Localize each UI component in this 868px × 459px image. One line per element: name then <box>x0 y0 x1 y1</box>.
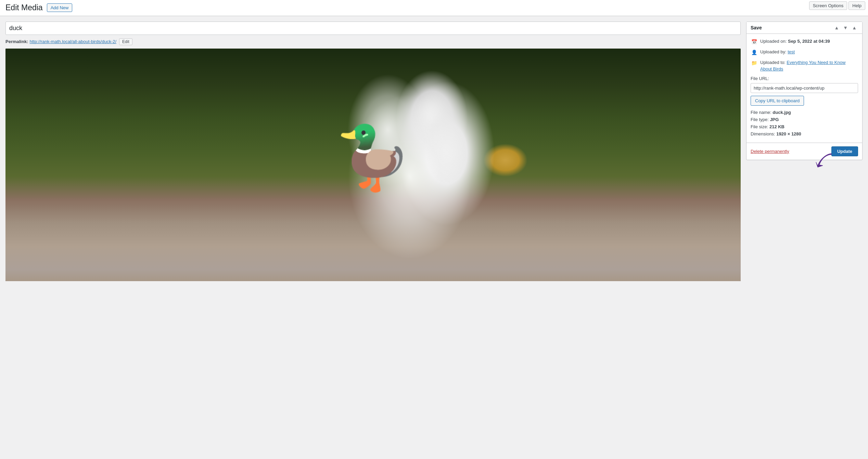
metabox-collapse-down-button[interactable]: ▼ <box>842 25 849 31</box>
duck-image <box>5 49 741 281</box>
metabox-body: 📅 Uploaded on: Sep 5, 2022 at 04:39 👤 Up… <box>746 34 862 143</box>
uploaded-to-text: Uploaded to: Everything You Need to Know… <box>760 59 858 73</box>
uploaded-on-row: 📅 Uploaded on: Sep 5, 2022 at 04:39 <box>751 38 858 45</box>
file-type-label: File type: <box>751 117 769 122</box>
permalink-row: Permalink: http://rank-math.local/all-ab… <box>5 38 741 45</box>
metabox-title: Save <box>751 25 762 30</box>
help-button[interactable]: Help <box>848 1 865 10</box>
update-button[interactable]: Update <box>831 146 858 156</box>
page-wrapper: Screen Options Help Edit Media Add New P… <box>0 0 868 459</box>
metabox-footer: Delete permanently Update <box>746 143 862 160</box>
metabox-collapse-up-button[interactable]: ▲ <box>833 25 840 31</box>
file-name-value: duck.jpg <box>773 110 791 115</box>
uploaded-to-row: 📁 Uploaded to: Everything You Need to Kn… <box>751 59 858 73</box>
file-name-row: File name: duck.jpg <box>751 110 858 115</box>
permalink-label: Permalink: <box>5 39 28 44</box>
uploaded-by-row: 👤 Uploaded by: test <box>751 49 858 56</box>
media-image-container <box>5 49 741 281</box>
metabox-footer-wrapper: Delete permanently Update <box>746 143 862 160</box>
permalink-edit-button[interactable]: Edit <box>119 38 132 45</box>
copy-url-button[interactable]: Copy URL to clipboard <box>751 96 804 106</box>
folder-icon: 📁 <box>751 60 757 66</box>
title-input[interactable] <box>5 22 741 35</box>
file-url-section: File URL: Copy URL to clipboard <box>751 76 858 110</box>
file-url-label: File URL: <box>751 76 858 81</box>
metabox-close-button[interactable]: ▲ <box>851 25 858 31</box>
file-type-value: JPG <box>770 117 779 122</box>
save-metabox: Save ▲ ▼ ▲ 📅 Uploaded on: Sep 5, 2022 at… <box>746 22 863 160</box>
uploaded-to-label: Uploaded to: <box>760 60 786 65</box>
top-bar: Edit Media Add New <box>0 0 868 16</box>
uploaded-by-link[interactable]: test <box>788 49 795 54</box>
file-name-label: File name: <box>751 110 771 115</box>
metabox-controls: ▲ ▼ ▲ <box>833 25 858 31</box>
metabox-header: Save ▲ ▼ ▲ <box>746 22 862 34</box>
dimensions-row: Dimensions: 1920 × 1280 <box>751 131 858 136</box>
dimensions-label: Dimensions: <box>751 131 775 136</box>
file-size-value: 212 KB <box>769 124 784 129</box>
sidebar: Save ▲ ▼ ▲ 📅 Uploaded on: Sep 5, 2022 at… <box>746 22 863 160</box>
file-size-label: File size: <box>751 124 768 129</box>
main-content: Permalink: http://rank-math.local/all-ab… <box>5 22 741 281</box>
permalink-link[interactable]: http://rank-math.local/all-about-birds/d… <box>29 39 116 44</box>
user-icon: 👤 <box>751 49 757 56</box>
calendar-icon: 📅 <box>751 38 757 45</box>
content-area: Permalink: http://rank-math.local/all-ab… <box>0 16 868 459</box>
uploaded-on-value: Sep 5, 2022 at 04:39 <box>788 39 830 44</box>
screen-options-button[interactable]: Screen Options <box>809 1 847 10</box>
file-url-input[interactable] <box>751 83 858 93</box>
file-type-row: File type: JPG <box>751 117 858 122</box>
uploaded-by-text: Uploaded by: test <box>760 49 858 55</box>
dimensions-value: 1920 × 1280 <box>776 131 801 136</box>
add-new-button[interactable]: Add New <box>47 3 73 12</box>
uploaded-on-text: Uploaded on: Sep 5, 2022 at 04:39 <box>760 38 858 45</box>
uploaded-by-label: Uploaded by: <box>760 49 787 54</box>
screen-options-bar: Screen Options Help <box>806 0 868 11</box>
file-size-row: File size: 212 KB <box>751 124 858 129</box>
uploaded-on-label: Uploaded on: <box>760 39 787 44</box>
delete-permanently-link[interactable]: Delete permanently <box>751 149 789 154</box>
page-title: Edit Media <box>5 3 43 13</box>
